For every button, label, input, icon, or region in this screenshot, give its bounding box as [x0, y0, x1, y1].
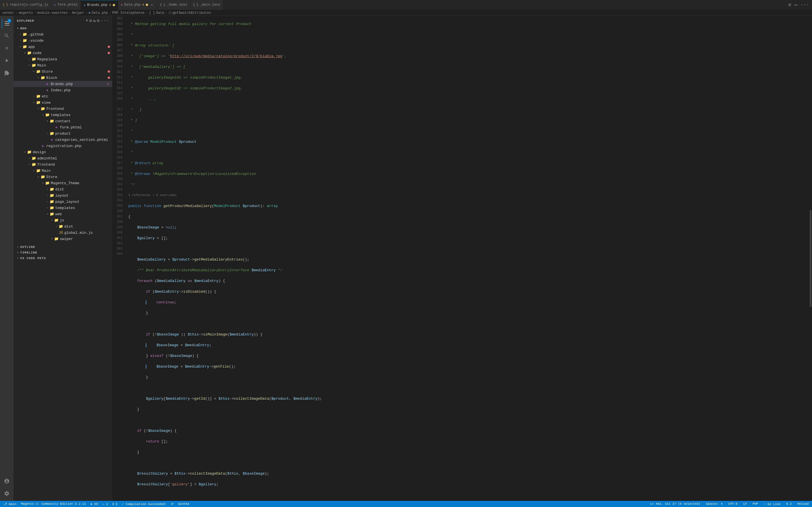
list-item[interactable]: › JS global.min.js: [13, 230, 112, 236]
magento-version[interactable]: Magento 2: Community Edition 2.2.11: [20, 502, 87, 506]
chevron-right-icon: ›: [45, 131, 50, 136]
tab-requirejs[interactable]: { } requirejs-config.js: [0, 0, 51, 10]
cursor-position[interactable]: Ln 402, Col 27 (5 selected): [649, 502, 701, 506]
more-actions-icon[interactable]: ···: [799, 2, 810, 8]
list-item[interactable]: › 📁 page_layout: [13, 199, 112, 205]
tab-form[interactable]: ◈ form.phtml: [51, 0, 81, 10]
chevron-down-icon: ▾: [18, 45, 22, 49]
encoding[interactable]: UTF-8: [727, 502, 739, 506]
tab-brands[interactable]: ◈ Brands.php 3: [81, 0, 118, 10]
item-label: Magento_Theme: [51, 181, 112, 185]
toggle-panel-icon[interactable]: ▭: [794, 1, 799, 8]
list-item[interactable]: ▾ 📁 app: [13, 44, 112, 50]
split-editor-icon[interactable]: ⊡: [787, 1, 792, 8]
info-count[interactable]: ℹ 8: [111, 502, 118, 506]
code-line: *: [128, 128, 805, 134]
bc-vendor[interactable]: vendor: [2, 11, 14, 15]
list-item[interactable]: ▾ 📁 web: [13, 211, 112, 217]
eol[interactable]: LF: [742, 502, 748, 506]
list-item[interactable]: ▾ 📁 swiper: [13, 236, 112, 242]
item-label: contact: [55, 119, 112, 123]
list-item[interactable]: › 📁 dist: [13, 186, 112, 192]
list-item[interactable]: › 📁 .github: [13, 31, 112, 38]
list-item[interactable]: › ◈ registration.php: [13, 143, 112, 149]
bc-method[interactable]: getSwatchAttributes: [172, 11, 211, 15]
list-item[interactable]: ▾ 📁 frontend: [13, 106, 112, 112]
run-debug-icon[interactable]: [2, 55, 12, 66]
list-item[interactable]: › ◈ form.phtml: [13, 124, 112, 130]
list-item[interactable]: ▾ 📁 Main: [13, 62, 112, 68]
modified-indicator: [108, 70, 110, 73]
list-item[interactable]: › 📁 templates: [13, 205, 112, 211]
account-icon[interactable]: [2, 476, 12, 486]
spaces[interactable]: Spaces: 4: [705, 502, 724, 506]
refresh-icon[interactable]: ↻: [93, 18, 96, 23]
list-item[interactable]: › 📁 product: [13, 130, 112, 136]
code-line: [128, 492, 805, 498]
bc-module[interactable]: module-swatches: [37, 11, 68, 15]
tab-main-less[interactable]: { } _main.less: [190, 0, 223, 10]
tab-data[interactable]: ◈ Data.php 4 ✕: [118, 0, 157, 10]
errors-count[interactable]: ⊗ 55: [89, 502, 99, 506]
list-item[interactable]: › 📁 etc: [13, 93, 112, 100]
list-item[interactable]: ▾ 📁 view: [13, 100, 112, 106]
tab-home-less[interactable]: { } _home.less: [157, 0, 190, 10]
list-item[interactable]: ▾ 📁 frontend: [13, 161, 112, 168]
code-content[interactable]: * Method getting full media gallery for …: [125, 16, 809, 501]
reload[interactable]: Reload: [796, 502, 810, 506]
source-control-icon[interactable]: [2, 43, 12, 53]
explorer-icon[interactable]: 1: [2, 18, 12, 29]
bc-php-intelephense[interactable]: PHP Intelephense: [112, 11, 145, 15]
collapse-icon[interactable]: ⊟: [97, 18, 100, 23]
list-item[interactable]: ▾ 📁 design: [13, 149, 112, 155]
section-timeline[interactable]: › TIMELINE: [13, 250, 112, 256]
section-vscodepets[interactable]: › VS CODE PETS: [13, 256, 112, 261]
list-item[interactable]: ▾ 📁 templates: [13, 112, 112, 118]
list-item[interactable]: › 📁 dist: [13, 223, 112, 230]
list-item[interactable]: › 📁 layout: [13, 192, 112, 199]
language[interactable]: PHP: [751, 502, 759, 506]
compilation-status[interactable]: ✓ Compilation Succeeded!: [121, 502, 168, 506]
go-live[interactable]: ⚡ Go Live: [763, 502, 781, 506]
list-item[interactable]: ▾ 📁 Block: [13, 75, 112, 81]
list-item[interactable]: ▾ 📁 code: [13, 50, 112, 56]
list-item[interactable]: ▾ 📁 Magento_Theme: [13, 180, 112, 186]
bc-data-php[interactable]: Data.php: [92, 11, 108, 15]
list-item[interactable]: › ◈ Index.php: [13, 87, 112, 93]
new-file-icon[interactable]: +: [86, 18, 88, 23]
list-item[interactable]: ▾ 📁 Main: [13, 168, 112, 174]
tab-label: Brands.php: [87, 3, 107, 7]
code-line: continue;: [128, 300, 805, 305]
list-item[interactable]: › 📁 Mageplaza: [13, 56, 112, 62]
list-item[interactable]: › ◈ Brands.php 3: [13, 81, 112, 87]
php-version[interactable]: 8.2: [785, 502, 793, 506]
section-outline[interactable]: › OUTLINE: [13, 244, 112, 250]
settings-icon[interactable]: [2, 489, 12, 499]
new-folder-icon[interactable]: ⊡: [89, 18, 92, 23]
quokka[interactable]: Quokka: [177, 502, 191, 506]
more-icon[interactable]: ···: [101, 18, 109, 23]
code-editor[interactable]: 301 302 303 304 305 306 307 308 309 310 …: [112, 16, 812, 501]
git-branch[interactable]: ⎇ main: [2, 502, 17, 506]
bc-magento[interactable]: magento: [18, 11, 33, 15]
search-icon[interactable]: [2, 31, 12, 41]
item-label: Main: [42, 169, 112, 173]
extensions-icon[interactable]: [2, 68, 12, 78]
bc-helper[interactable]: Helper: [72, 11, 84, 15]
list-item[interactable]: ▾ 📁 Store: [13, 68, 112, 75]
list-item[interactable]: › 📁 adminhtml: [13, 155, 112, 161]
warnings-count[interactable]: ⚠ 2: [101, 502, 109, 506]
list-item[interactable]: › ◈ categories_section.phtml: [13, 136, 112, 143]
section-new[interactable]: ▾ NEW: [13, 25, 112, 31]
list-item[interactable]: ▾ 📁 Store: [13, 174, 112, 180]
list-item[interactable]: ▾ 📁 contact: [13, 118, 112, 124]
scrollbar[interactable]: [809, 16, 812, 501]
bc-data-class[interactable]: Data: [156, 11, 164, 15]
chevron-down-icon: ▾: [50, 218, 54, 223]
tab-badge: 3: [109, 3, 111, 7]
list-item[interactable]: ▾ 📁 js: [13, 217, 112, 223]
sync-icon[interactable]: ⟳: [170, 502, 175, 506]
curly-icon: { }: [193, 3, 198, 6]
tab-close-button[interactable]: ✕: [150, 3, 154, 7]
list-item[interactable]: › 📁 .vscode: [13, 38, 112, 44]
